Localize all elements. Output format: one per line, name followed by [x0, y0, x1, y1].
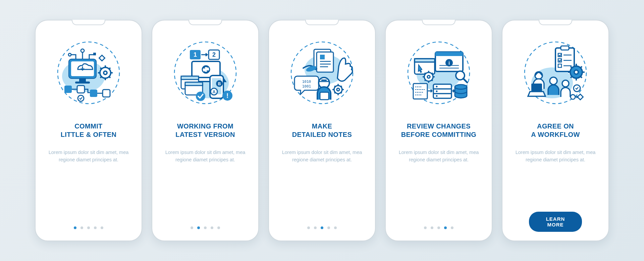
- dot[interactable]: [197, 226, 200, 229]
- onboarding-screen-4: i REVIEW CHANGES BEFOR: [385, 20, 492, 241]
- svg-text:1001: 1001: [302, 84, 311, 89]
- phone-notch: [539, 20, 572, 25]
- screen-body: Lorem ipsum dolor sit dim amet, mea regi…: [159, 149, 252, 164]
- svg-rect-48: [321, 80, 327, 81]
- svg-point-65: [436, 86, 438, 88]
- svg-rect-42: [317, 52, 333, 72]
- dot[interactable]: [307, 226, 310, 229]
- learn-more-button[interactable]: LEARN MORE: [529, 212, 582, 232]
- svg-point-85: [571, 95, 575, 99]
- svg-point-67: [436, 95, 438, 97]
- svg-rect-73: [561, 46, 569, 50]
- page-indicator: [307, 226, 337, 231]
- svg-point-8: [68, 53, 71, 56]
- svg-text:1: 1: [194, 51, 197, 58]
- svg-rect-63: [413, 84, 427, 99]
- svg-rect-59: [415, 59, 435, 62]
- phone-notch: [422, 20, 455, 25]
- svg-rect-29: [185, 82, 203, 86]
- svg-rect-55: [435, 52, 463, 56]
- onboarding-screen-1: COMMIT LITTLE & OFTEN Lorem ipsum dolor …: [35, 20, 142, 241]
- dot[interactable]: [87, 226, 90, 229]
- screen-body: Lorem ipsum dolor sit dim amet, mea regi…: [42, 149, 135, 164]
- svg-rect-6: [75, 82, 90, 84]
- page-indicator: [424, 226, 453, 231]
- dot[interactable]: [217, 226, 220, 229]
- page-indicator: [191, 226, 220, 231]
- dot[interactable]: [437, 226, 440, 229]
- page-indicator: [74, 226, 103, 231]
- screen-title: AGREE ON A WORKFLOW: [531, 122, 580, 139]
- svg-text:2: 2: [212, 51, 216, 58]
- svg-rect-13: [77, 86, 85, 93]
- dot[interactable]: [334, 226, 337, 229]
- svg-rect-15: [103, 90, 110, 97]
- dot[interactable]: [74, 226, 76, 229]
- svg-text:A: A: [213, 90, 216, 94]
- svg-rect-17: [99, 55, 105, 61]
- onboarding-screen-2: 1 2 B A ! WORKING FROM LATEST VER: [152, 20, 259, 241]
- screen-title: COMMIT LITTLE & OFTEN: [61, 122, 117, 139]
- screen-title: WORKING FROM LATEST VERSION: [175, 122, 235, 139]
- phone-notch: [305, 20, 339, 25]
- dot[interactable]: [94, 226, 97, 229]
- onboarding-screen-5: AGREE ON A WORKFLOW Lorem ipsum dolor si…: [502, 20, 609, 241]
- svg-rect-27: [181, 76, 199, 80]
- svg-text:B: B: [218, 82, 221, 86]
- screen-title: MAKE DETAILED NOTES: [292, 122, 352, 139]
- dot[interactable]: [204, 226, 207, 229]
- svg-rect-9: [93, 53, 96, 55]
- screen-title: REVIEW CHANGES BEFORE COMMITTING: [401, 122, 477, 139]
- phone-notch: [189, 20, 222, 25]
- dot[interactable]: [327, 226, 330, 229]
- dot[interactable]: [211, 226, 213, 229]
- dot[interactable]: [80, 226, 83, 229]
- dot[interactable]: [424, 226, 427, 229]
- svg-point-7: [81, 49, 84, 52]
- dot[interactable]: [314, 226, 317, 229]
- svg-rect-12: [64, 86, 72, 93]
- dot[interactable]: [101, 226, 103, 229]
- commit-often-icon: [52, 36, 125, 110]
- dot[interactable]: [321, 226, 323, 229]
- svg-rect-14: [90, 90, 97, 97]
- phone-notch: [72, 20, 105, 25]
- svg-rect-43: [320, 55, 325, 59]
- svg-point-81: [550, 77, 557, 85]
- svg-text:1010: 1010: [302, 80, 311, 84]
- svg-rect-49: [320, 92, 329, 100]
- agree-workflow-icon: [519, 36, 592, 110]
- screen-body: Lorem ipsum dolor sit dim amet, mea regi…: [392, 149, 485, 164]
- svg-rect-86: [578, 94, 583, 100]
- svg-text:!: !: [226, 92, 229, 99]
- svg-text:i: i: [448, 60, 450, 66]
- dot[interactable]: [191, 226, 193, 229]
- dot[interactable]: [431, 226, 433, 229]
- svg-point-66: [436, 91, 438, 92]
- svg-rect-5: [79, 78, 86, 82]
- onboarding-screen-3: 1010 1001 MAKE DETAILED NOTES Lorem ipsu…: [268, 20, 376, 241]
- latest-version-icon: 1 2 B A !: [168, 36, 242, 110]
- svg-rect-83: [531, 84, 542, 92]
- detailed-notes-icon: 1010 1001: [285, 36, 359, 110]
- screen-body: Lorem ipsum dolor sit dim amet, mea regi…: [276, 149, 368, 164]
- screen-body: Lorem ipsum dolor sit dim amet, mea regi…: [509, 149, 602, 164]
- review-changes-icon: i: [402, 36, 476, 110]
- dot[interactable]: [444, 226, 447, 229]
- svg-point-79: [574, 70, 578, 74]
- dot[interactable]: [451, 226, 453, 229]
- svg-point-82: [562, 80, 569, 87]
